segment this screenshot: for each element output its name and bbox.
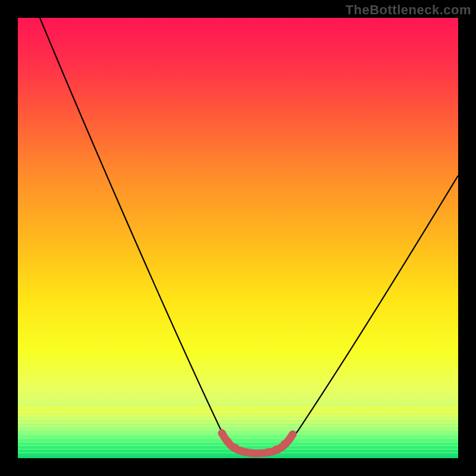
watermark-text: TheBottleneck.com [346, 2, 471, 18]
bottleneck-curve [40, 18, 458, 453]
svg-point-7 [273, 446, 280, 453]
plot-area [18, 18, 458, 458]
chart-frame: TheBottleneck.com [0, 0, 476, 476]
svg-point-5 [256, 450, 264, 458]
svg-point-4 [248, 450, 255, 458]
svg-point-8 [281, 440, 289, 448]
curve-svg [18, 18, 458, 458]
svg-point-6 [264, 449, 272, 456]
svg-point-1 [224, 438, 232, 446]
highlight-dots [218, 430, 297, 458]
svg-point-0 [218, 430, 226, 437]
svg-point-3 [239, 448, 247, 456]
svg-point-9 [289, 431, 297, 439]
svg-point-2 [231, 444, 239, 452]
